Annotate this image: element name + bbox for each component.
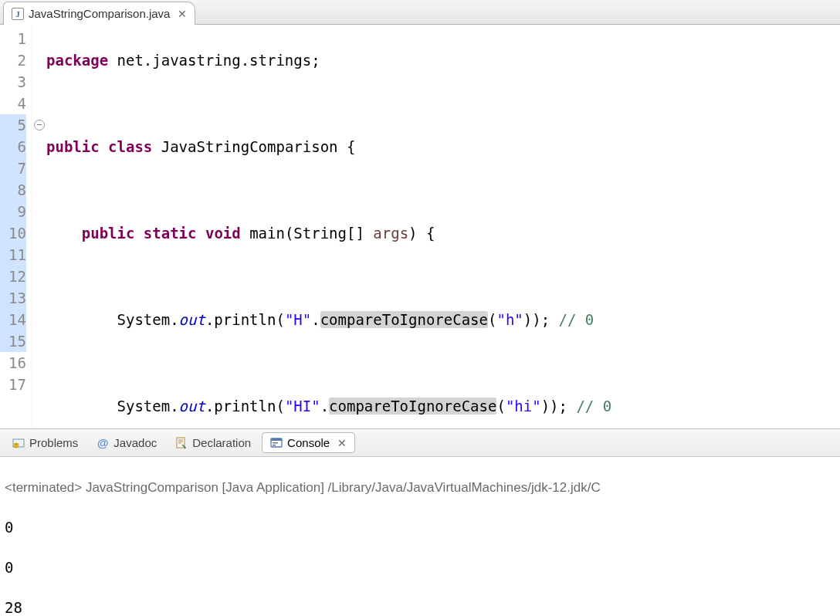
svg-point-2	[15, 445, 16, 446]
tab-console[interactable]: Console ✕	[262, 432, 355, 453]
code-line[interactable]: public static void main(String[] args) {	[46, 222, 840, 244]
code-editor[interactable]: 1 2 3 4 5 6 7 8 9 10 11 12 13 14 15 16 1…	[0, 25, 840, 428]
svg-rect-6	[273, 442, 278, 444]
close-icon[interactable]: ✕	[174, 8, 187, 20]
line-number: 4	[0, 93, 26, 114]
javadoc-icon: @	[97, 437, 109, 449]
editor-tab-filename: JavaStringComparison.java	[29, 7, 170, 20]
line-number: 11	[0, 244, 26, 266]
tab-console-label: Console	[287, 436, 330, 449]
code-line[interactable]: package net.javastring.strings;	[46, 49, 840, 71]
console-icon	[270, 437, 283, 449]
line-number: 15	[0, 330, 26, 352]
code-line[interactable]	[46, 179, 840, 201]
tab-problems[interactable]: Problems	[5, 433, 86, 452]
line-number: 12	[0, 266, 26, 287]
fold-column: −	[32, 25, 46, 428]
editor-pane: J JavaStringComparison.java ✕ 1 2 3 4 5 …	[0, 0, 840, 429]
line-number: 8	[0, 179, 26, 201]
line-number: 9	[0, 201, 26, 222]
code-line[interactable]: System.out.println("HI".compareToIgnoreC…	[46, 395, 840, 417]
svg-rect-7	[273, 445, 276, 446]
bottom-tab-bar: Problems @ Javadoc Declaration Console ✕	[0, 429, 840, 457]
line-number: 7	[0, 157, 26, 179]
tab-javadoc[interactable]: @ Javadoc	[89, 433, 164, 452]
code-text[interactable]: package net.javastring.strings; public c…	[46, 25, 840, 428]
console-pane: Problems @ Javadoc Declaration Console ✕…	[0, 429, 840, 616]
code-line[interactable]	[46, 352, 840, 374]
line-number: 17	[0, 374, 26, 395]
tab-problems-label: Problems	[29, 436, 78, 449]
line-number: 16	[0, 352, 26, 374]
console-line: 0	[5, 557, 835, 577]
line-number: 3	[0, 71, 26, 93]
editor-tab-bar: J JavaStringComparison.java ✕	[0, 0, 840, 25]
fold-toggle-icon[interactable]: −	[34, 120, 45, 130]
line-number: 1	[0, 28, 26, 49]
close-icon[interactable]: ✕	[334, 437, 347, 449]
code-line[interactable]: System.out.println("H".compareToIgnoreCa…	[46, 309, 840, 330]
declaration-icon	[175, 437, 188, 449]
problems-icon	[12, 437, 25, 449]
tab-javadoc-label: Javadoc	[113, 436, 157, 449]
line-number: 6	[0, 136, 26, 157]
line-number: 14	[0, 309, 26, 330]
code-line[interactable]	[46, 266, 840, 287]
code-line[interactable]	[46, 93, 840, 114]
console-output[interactable]: <terminated> JavaStringComparison [Java …	[0, 457, 840, 616]
console-run-header: <terminated> JavaStringComparison [Java …	[5, 479, 835, 497]
tab-declaration[interactable]: Declaration	[168, 433, 259, 452]
editor-tab[interactable]: J JavaStringComparison.java ✕	[3, 2, 195, 25]
java-file-icon: J	[12, 8, 24, 20]
tab-declaration-label: Declaration	[192, 436, 251, 449]
console-line: 28	[5, 597, 835, 616]
line-number-gutter: 1 2 3 4 5 6 7 8 9 10 11 12 13 14 15 16 1…	[0, 25, 32, 428]
line-number: 13	[0, 287, 26, 309]
svg-rect-5	[271, 438, 282, 441]
console-line: 0	[5, 517, 835, 537]
line-number: 5	[0, 114, 26, 136]
code-line[interactable]: public class JavaStringComparison {	[46, 136, 840, 157]
line-number: 2	[0, 49, 26, 71]
line-number: 10	[0, 222, 26, 244]
